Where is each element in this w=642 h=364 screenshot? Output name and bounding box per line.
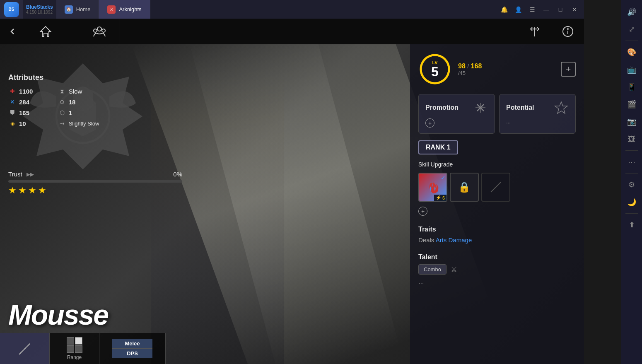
sword-btn[interactable] — [0, 333, 50, 364]
skill-1-icon — [425, 179, 441, 195]
titlebar-controls: 🔔 👤 ☰ — □ ✕ — [498, 3, 584, 16]
game-area: Attributes ✚ 1100 ⧗ Slow ✕ 284 — [0, 19, 584, 364]
promo-pot-row: Promotion + Potential — [418, 94, 576, 134]
svg-point-1 — [97, 27, 101, 31]
pot-title: Potential — [506, 104, 534, 111]
sidebar-divider-2 — [625, 150, 638, 151]
svg-line-10 — [19, 353, 21, 354]
svg-point-6 — [567, 29, 568, 29]
talent-icon: ⚔ — [451, 265, 457, 274]
talent-more-btn[interactable]: ... — [418, 278, 576, 285]
account-btn[interactable]: 👤 — [512, 3, 524, 16]
attr-deploy: ⇢ Slightly Slow — [58, 119, 99, 128]
trust-row: Trust ▶▶ 0% — [8, 171, 182, 178]
sidebar-theme-btn[interactable]: 🌙 — [624, 194, 640, 210]
move-icon: ⧗ — [58, 87, 66, 95]
svg-line-11 — [24, 348, 26, 350]
def-value: 165 — [19, 109, 29, 116]
atkspeed-icon: ⊙ — [58, 98, 66, 106]
atk-icon: ✕ — [8, 98, 17, 106]
talent-badge: Combo — [418, 264, 447, 275]
sidebar-paint-btn[interactable]: 🎨 — [624, 44, 640, 60]
minimize-btn[interactable]: — — [540, 3, 553, 16]
skill-icons-row: ✓ ⚡ 6 🔒 — [418, 173, 510, 202]
level-section: LV 5 98 / 168 /45 + — [418, 53, 576, 86]
promotion-card[interactable]: Promotion + — [418, 94, 495, 134]
range-btn[interactable]: Range — [50, 333, 99, 364]
block-icon: ⬡ — [58, 108, 66, 117]
promo-icon — [473, 100, 488, 115]
stars-row: ★ ★ ★ ★ — [8, 185, 46, 196]
sidebar-more-btn[interactable]: ⋯ — [624, 154, 640, 170]
move-value: Slow — [69, 88, 82, 95]
sidebar-volume-btn[interactable]: 🔊 — [624, 4, 640, 20]
traits-highlight: Arts Damage — [436, 236, 472, 243]
block-value: 1 — [69, 109, 72, 116]
range-sq-2 — [75, 337, 82, 345]
skill-checkmark: ✓ — [441, 174, 446, 181]
home-tab[interactable]: 🏠 Home — [56, 0, 99, 19]
nav-squad-btn[interactable] — [79, 19, 120, 44]
potential-icon — [554, 100, 569, 115]
level-display: LV 5 — [418, 53, 451, 86]
level-plus-btn[interactable]: + — [561, 62, 576, 77]
sidebar-fullscreen-btn[interactable]: ⤢ — [624, 22, 640, 37]
right-sidebar: 🔊 ⤢ 🎨 📺 📱 🎬 📷 🖼 ⋯ ⚙ 🌙 ⬆ — [621, 0, 642, 364]
sidebar-update-btn[interactable]: ⬆ — [624, 217, 640, 233]
def-icon: ⛊ — [8, 108, 17, 117]
attributes-panel: Attributes ✚ 1100 ⧗ Slow ✕ 284 — [8, 73, 99, 128]
skill-2-btn[interactable]: 🔒 — [450, 173, 479, 202]
res-icon: ◈ — [8, 119, 17, 128]
right-panel: LV 5 98 / 168 /45 + Promotion — [410, 44, 584, 364]
notification-btn[interactable]: 🔔 — [498, 3, 510, 16]
game-tab[interactable]: ⚔ Arknights — [99, 0, 150, 19]
empty-slot-icon — [488, 179, 504, 195]
rank-row: RANK 1 — [418, 140, 576, 154]
exp-slash: /45 — [458, 70, 554, 76]
dps-btn[interactable]: DPS — [112, 349, 152, 358]
titlebar: BS BlueStacks 4.150.10.1092 🏠 Home ⚔ Ark… — [0, 0, 584, 19]
maximize-btn[interactable]: □ — [554, 3, 567, 16]
top-nav — [0, 19, 584, 44]
svg-marker-0 — [41, 27, 51, 36]
sidebar-divider-1 — [625, 41, 638, 41]
skill-upgrade-plus-btn[interactable]: + — [418, 207, 427, 216]
pot-action: ... — [506, 118, 569, 125]
type-btns: Melee DPS — [99, 333, 166, 364]
skill-level-num: 6 — [442, 195, 445, 200]
character-name: Mousse — [8, 299, 108, 331]
rank-badge: RANK 1 — [418, 140, 458, 154]
pot-dots: ... — [506, 118, 511, 125]
attr-block: ⬡ 1 — [58, 108, 99, 117]
exp-current: 98 — [458, 63, 466, 70]
nav-wardrobe-btn[interactable] — [518, 19, 551, 44]
home-tab-icon: 🏠 — [65, 5, 73, 14]
menu-btn[interactable]: ☰ — [526, 3, 538, 16]
app-version: 4.150.10.1092 — [26, 10, 53, 14]
sidebar-video-btn[interactable]: 🎬 — [624, 96, 640, 112]
star-2: ★ — [18, 185, 27, 196]
char-body — [151, 74, 284, 364]
sidebar-phone-btn[interactable]: 📱 — [624, 79, 640, 95]
back-button[interactable] — [0, 19, 25, 44]
skill-plus-row: + — [418, 207, 510, 216]
attr-atkspeed: ⊙ 18 — [58, 98, 99, 106]
bluestacks-logo: BS — [0, 0, 23, 19]
melee-btn[interactable]: Melee — [112, 339, 152, 349]
game-tab-icon: ⚔ — [107, 5, 116, 14]
skill-upgrade-label: Skill Upgrade — [418, 161, 453, 168]
promo-plus: + — [425, 118, 434, 128]
skill-upgrade-row: Skill Upgrade — [418, 161, 510, 168]
attr-move: ⧗ Slow — [58, 87, 99, 95]
rank-label: RANK — [426, 144, 445, 151]
attr-res: ◈ 10 — [8, 119, 50, 128]
sidebar-gallery-btn[interactable]: 🖼 — [624, 131, 640, 147]
potential-card[interactable]: Potential ... — [499, 94, 576, 134]
sidebar-camera-btn[interactable]: 📷 — [624, 114, 640, 130]
sidebar-screen-btn[interactable]: 📺 — [624, 62, 640, 77]
skill-1-btn[interactable]: ✓ ⚡ 6 — [418, 173, 447, 202]
nav-home-btn[interactable] — [25, 19, 66, 44]
sidebar-settings-btn[interactable]: ⚙ — [624, 177, 640, 193]
nav-info-btn[interactable] — [551, 19, 584, 44]
close-btn[interactable]: ✕ — [568, 3, 581, 16]
